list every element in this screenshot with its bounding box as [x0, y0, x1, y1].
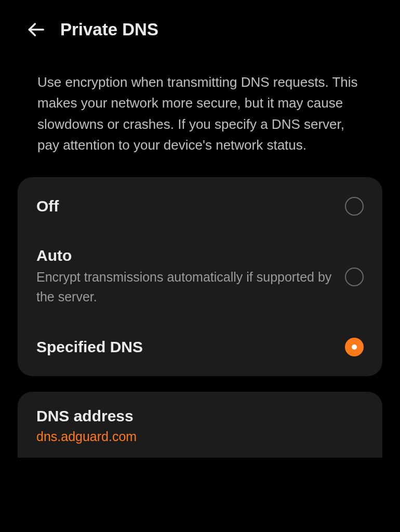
option-specified-text: Specified DNS — [36, 338, 345, 356]
dns-address-label: DNS address — [36, 407, 364, 425]
option-auto-label: Auto — [36, 247, 345, 264]
option-off-label: Off — [36, 197, 345, 215]
header: Private DNS — [0, 0, 400, 39]
option-auto[interactable]: Auto Encrypt transmissions automatically… — [18, 231, 382, 322]
option-off-text: Off — [36, 197, 345, 215]
page-title: Private DNS — [60, 20, 158, 39]
dns-address-panel[interactable]: DNS address dns.adguard.com — [18, 392, 382, 458]
radio-auto[interactable] — [345, 268, 364, 286]
option-specified-label: Specified DNS — [36, 338, 345, 356]
option-specified[interactable]: Specified DNS — [18, 322, 382, 372]
dns-options-panel: Off Auto Encrypt transmissions automatic… — [18, 177, 382, 376]
option-off[interactable]: Off — [18, 181, 382, 231]
option-auto-text: Auto Encrypt transmissions automatically… — [36, 247, 345, 307]
back-arrow-icon[interactable] — [26, 20, 46, 39]
option-auto-sublabel: Encrypt transmissions automatically if s… — [36, 268, 345, 307]
radio-specified[interactable] — [345, 338, 364, 356]
description-text: Use encryption when transmitting DNS req… — [0, 39, 400, 155]
radio-off[interactable] — [345, 197, 364, 216]
dns-address-value: dns.adguard.com — [36, 429, 364, 444]
